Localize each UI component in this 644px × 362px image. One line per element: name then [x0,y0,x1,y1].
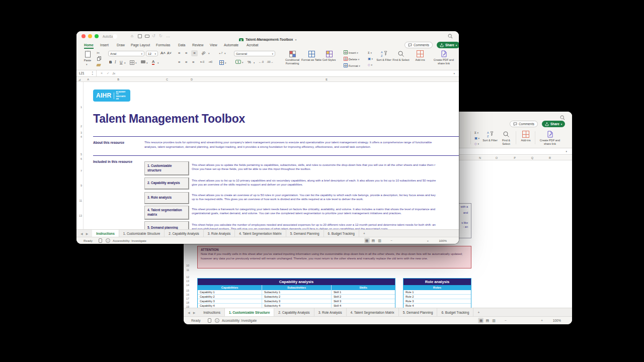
accounting-format-icon[interactable]: $ [235,60,241,64]
zoom-in-icon[interactable]: + [541,319,543,322]
page-layout-view-icon[interactable]: ▤ [485,318,490,323]
format-painter-icon[interactable] [96,64,101,66]
underline-icon[interactable]: U [120,60,122,64]
column-header-b[interactable]: B [117,77,119,82]
sheet-tab-budget-tracking[interactable]: 6. Budget Tracking [437,308,473,316]
cell[interactable]: Capability 4 [198,304,262,308]
row-header[interactable]: 11 [184,268,189,272]
tab-scroll-arrows[interactable]: ◀▶ [76,230,92,237]
role-analysis-table[interactable]: Role analysis Roles Role 1 Role 2 Role 3… [403,278,471,308]
row-header[interactable]: 16 [184,293,189,296]
zoom-level[interactable]: 100% [553,319,561,322]
sheet-tab-demand-planning[interactable]: 5. Demand Planning [399,308,438,316]
wrap-text-icon[interactable]: ⮐ [219,51,223,55]
formula-bar-expand-icon[interactable]: ▾ [453,72,455,75]
cell-styles-button[interactable]: Cell Styles [321,50,337,59]
zoom-out-icon[interactable]: − [505,319,507,322]
row-header[interactable]: 14 [184,284,189,287]
cell[interactable]: Skill 1 [332,290,395,294]
sheet-tab-capability-analysis[interactable]: 2. Capability Analysis [165,230,203,237]
row-header[interactable]: 18 [184,301,189,304]
sheet-tab-role-analysis[interactable]: 3. Role Analysis [314,308,347,316]
column-header[interactable]: P [514,155,516,160]
front-window[interactable]: AutoSave ⌂ ↺ ↻ … X Talent-Management-Too… [76,31,459,244]
tab-page-layout[interactable]: Page Layout [131,41,150,49]
row-header[interactable]: 9 [76,184,82,187]
row-header[interactable]: 15 [184,289,189,292]
text-orientation-icon[interactable]: ab [200,50,206,56]
tab-view[interactable]: View [210,41,217,49]
number-format-select[interactable]: General▾ [234,51,275,56]
align-bottom-icon[interactable]: ≡ [191,50,198,56]
tab-draw[interactable]: Draw [117,41,125,49]
page-break-view-icon[interactable]: ▥ [491,318,497,323]
row-header[interactable]: 13 [76,214,82,217]
normal-view-icon[interactable]: ▦ [478,318,484,323]
align-right-icon[interactable]: ≡ [192,60,194,64]
row-header[interactable]: 11 [76,199,82,202]
zoom-in-icon[interactable]: + [427,239,429,242]
addins-button[interactable]: Add-ins [519,131,533,140]
paste-button[interactable]: Paste ▾ [82,50,94,60]
sort-filter-button[interactable]: A Z Sort & Filter [376,50,391,59]
column-header-a[interactable]: A [87,77,89,82]
cell[interactable]: Subactivity 3 [262,299,332,303]
name-box[interactable]: L21 [76,70,97,76]
cancel-icon[interactable]: × [101,71,103,75]
share-button[interactable]: Share▾ [437,42,459,48]
cell[interactable]: Skill 4 [332,304,395,308]
tab-data[interactable]: Data [178,41,185,49]
add-sheet-button[interactable]: + [473,308,484,316]
cut-icon[interactable]: ✂ [97,51,100,55]
document-title[interactable]: Talent-Management-Toolbox [246,38,293,41]
row-header[interactable]: 2 [76,125,82,128]
conditional-formatting-button[interactable]: Conditional Formatting [283,50,302,59]
sheet-tab-demand-planning[interactable]: 5. Demand Planning [286,230,324,237]
row-header[interactable]: 13 [184,280,189,283]
format-as-table-button[interactable]: Format as Table [303,50,320,59]
sheet-tab-role-analysis[interactable]: 3. Role Analysis [204,230,235,237]
name-box-stepper[interactable]: ▲▼ [92,71,94,76]
addins-button[interactable]: Add-ins [414,50,427,59]
column-header[interactable]: O [496,155,498,160]
font-size-select[interactable]: 12▾ [146,51,158,56]
select-all-corner[interactable]: ◢ [78,77,80,82]
cell[interactable]: Skill 3 [332,299,395,303]
cell[interactable]: Role 1 [404,290,471,295]
row-header[interactable]: 5 [76,153,82,156]
row-header[interactable]: 7 [76,169,82,172]
macro-icon[interactable] [208,318,211,323]
status-accessibility[interactable]: Accessibility: Investigate [222,319,257,322]
font-name-select[interactable]: Arial▾ [108,51,144,56]
search-icon[interactable] [448,34,453,39]
sheet-tab-instructions[interactable]: Instructions [92,230,119,237]
capability-analysis-button[interactable]: 2. Capability analysis [144,177,189,190]
increase-decimal-icon[interactable]: ←.0 [259,60,264,63]
cell[interactable]: Capability 3 [198,299,262,303]
column-header-d[interactable]: D [191,77,193,82]
column-header[interactable]: N [479,155,481,160]
comments-button[interactable]: Comments [405,42,433,48]
insert-cells-button[interactable]: Insert ▾ [344,50,358,54]
cell[interactable]: Capability 1 [198,290,262,294]
column-header[interactable]: R [549,155,551,160]
row-header[interactable]: 1 [76,106,82,109]
borders-icon[interactable] [130,60,134,65]
autosum-icon[interactable]: Σ ▾ [368,50,372,56]
row-header[interactable]: 10 [184,264,189,267]
cell[interactable]: Skill 2 [332,295,395,299]
tab-home[interactable]: Home [84,41,94,49]
sort-filter-button[interactable]: A Z Sort & Filter [482,131,498,140]
sheet-tab-budget-tracking[interactable]: 6. Budget Tracking [324,230,359,237]
font-color-icon[interactable]: A [152,59,154,65]
bold-icon[interactable]: B [109,60,112,64]
row-header[interactable]: 12 [184,276,189,279]
tab-automate[interactable]: Automate [224,41,238,49]
page-break-view-icon[interactable]: ▥ [377,238,382,243]
talent-segmentation-button[interactable]: 4. Talent segmentation matrix [144,206,189,220]
fill-down-icon[interactable]: ▣ ▾ [368,56,373,62]
accessibility-icon[interactable]: ☆ [215,318,219,323]
table-row[interactable]: Capability 2 Subactivity 2 Skill 2 [198,295,395,299]
decrease-indent-icon[interactable]: ⇤≡ [200,60,205,63]
italic-icon[interactable]: I [115,60,116,64]
